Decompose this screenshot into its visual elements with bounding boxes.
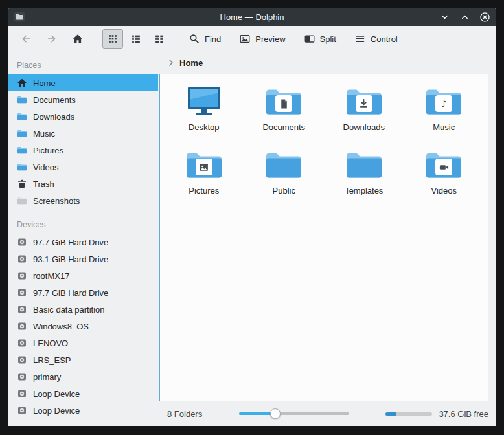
folder-item-templates[interactable]: Templates [324,148,404,195]
drive-icon [17,271,27,281]
drive-icon [17,372,27,382]
folder-item-pictures[interactable]: Pictures [164,148,244,195]
places-panel: Places Home Documents Downloads Music Pi… [8,52,158,426]
folder-item-videos[interactable]: Videos [404,148,485,195]
device-label: LRS_ESP [33,355,71,365]
folder-count: 8 Folders [167,409,202,419]
device-label: Windows8_OS [33,322,89,331]
sidebar-device[interactable]: Basic data partition [8,301,158,318]
drive-icon [17,338,27,348]
folder-label: Videos [431,186,457,195]
sidebar-item-music[interactable]: Music [8,125,158,142]
video-emblem-icon [435,159,452,175]
zoom-slider-thumb[interactable] [270,408,281,419]
dolphin-app-icon [14,11,25,23]
icons-view-icon [107,33,119,45]
folder-label: Desktop [189,122,220,132]
device-label: Loop Device [33,406,80,416]
control-button[interactable]: Control [350,29,402,49]
folder-documents-icon [263,84,304,118]
folder-public-icon [263,148,304,181]
sidebar-device[interactable]: rootMX17 [8,267,158,284]
sidebar-item-downloads[interactable]: Downloads [8,108,158,125]
find-label: Find [205,34,221,44]
find-button[interactable]: Find [184,29,225,49]
icons-view-button[interactable] [102,29,123,49]
folder-label: Music [433,122,455,132]
free-space-bar [385,412,432,416]
music-emblem-icon: ♪ [435,95,452,112]
folder-icon [17,162,27,172]
maximize-button[interactable] [459,11,470,23]
device-label: Loop Device [33,389,80,399]
sidebar-device[interactable]: Loop Device [8,402,158,419]
place-label: Documents [33,95,76,105]
place-label: Screenshots [33,196,80,206]
preview-label: Preview [255,34,285,44]
split-label: Split [320,34,336,44]
place-label: Trash [33,179,54,189]
place-label: Pictures [33,146,63,155]
back-button[interactable] [16,29,36,49]
hamburger-menu-icon [354,33,366,45]
minimize-button[interactable] [439,11,450,23]
sidebar-device[interactable]: 93.1 GiB Hard Drive [8,251,158,267]
device-label: 97.7 GiB Hard Drive [33,288,108,298]
folder-templates-icon [343,148,385,181]
folder-item-music[interactable]: ♪ Music [404,84,485,132]
arrow-right-icon [46,33,58,45]
drive-icon [17,321,27,331]
sidebar-item-videos[interactable]: Videos [8,159,158,175]
places-header: Places [8,55,158,74]
home-button[interactable] [67,29,88,49]
folder-label: Templates [345,186,383,195]
sidebar-item-pictures[interactable]: Pictures [8,142,158,159]
folder-item-public[interactable]: Public [244,148,325,195]
trash-icon [17,179,27,189]
folder-icon [17,128,27,139]
folder-item-documents[interactable]: Documents [244,84,325,132]
device-label: rootMX17 [33,271,69,281]
sidebar-device[interactable]: 97.7 GiB Hard Drive [8,284,158,301]
arrow-left-icon [20,33,32,45]
forward-button[interactable] [41,29,62,49]
sidebar-device[interactable]: Loop Device [8,385,158,402]
folder-label: Public [273,186,295,195]
free-space-label: 37.6 GiB free [439,409,488,419]
sidebar-device[interactable]: primary [8,368,158,385]
details-view-button[interactable] [126,29,146,49]
sidebar-item-screenshots[interactable]: Screenshots [8,192,158,209]
sidebar-item-documents[interactable]: Documents [8,91,158,108]
folder-plain-icon [17,195,27,206]
sidebar-device[interactable]: 97.7 GiB Hard Drive [8,234,158,251]
document-emblem-icon [275,95,292,112]
titlebar[interactable]: Home — Dolphin [8,8,496,26]
sidebar-device[interactable]: LRS_ESP [8,351,158,368]
zoom-slider[interactable] [239,408,349,419]
folder-label: Downloads [343,122,385,132]
search-icon [189,33,200,45]
split-button[interactable]: Split [299,29,341,49]
breadcrumb[interactable]: Home [159,52,488,74]
folder-icon [17,95,27,105]
drive-icon [17,355,27,365]
preview-button[interactable]: Preview [235,29,290,49]
compact-view-icon [154,33,165,45]
chevron-right-icon [166,58,176,68]
sidebar-item-home[interactable]: Home [8,74,158,91]
statusbar: 8 Folders 37.6 GiB free [159,401,488,426]
folder-view[interactable]: Desktop Documents [159,74,488,401]
sidebar-item-trash[interactable]: Trash [8,175,158,192]
drive-icon [17,237,27,247]
folder-item-desktop[interactable]: Desktop [164,84,244,132]
sidebar-device[interactable]: LENOVO [8,335,158,351]
preview-icon [239,33,251,45]
compact-view-button[interactable] [149,29,170,49]
close-button[interactable] [479,11,490,23]
folder-label: Pictures [189,186,219,195]
place-label: Home [33,78,56,88]
device-label: primary [33,372,61,382]
folder-item-downloads[interactable]: Downloads [324,84,404,132]
sidebar-device[interactable]: Windows8_OS [8,318,158,335]
folder-grid: Desktop Documents [160,74,488,205]
